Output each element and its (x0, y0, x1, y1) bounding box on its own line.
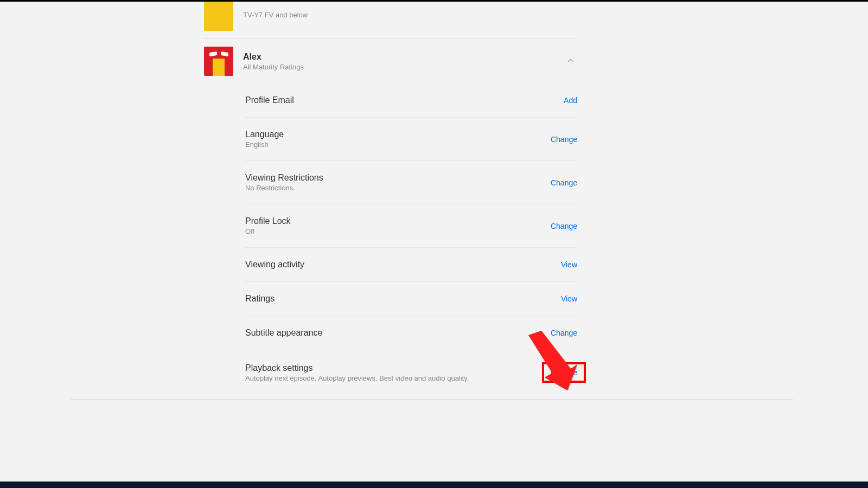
setting-profile-lock: Profile Lock Off Change (245, 204, 577, 247)
view-link[interactable]: View (561, 294, 577, 303)
setting-profile-email: Profile Email Add (245, 84, 577, 117)
change-link[interactable]: Change (551, 222, 577, 230)
setting-playback-settings: Playback settings Autoplay next episode.… (245, 350, 577, 395)
change-link[interactable]: Change (551, 135, 577, 144)
avatar (204, 47, 233, 76)
settings-list: Profile Email Add Language English Chang… (245, 84, 577, 395)
setting-sub: Autoplay next episode. Autoplay previews… (245, 374, 542, 382)
setting-title: Viewing activity (245, 260, 561, 269)
view-link[interactable]: View (561, 260, 577, 269)
profile-info: Alex All Maturity Ratings (243, 52, 566, 71)
profile-row-collapsed[interactable]: TV-Y7 FV and below (204, 2, 577, 39)
setting-ratings: Ratings View (245, 281, 577, 316)
setting-title: Language (245, 130, 551, 139)
bottom-bar (0, 481, 868, 488)
setting-language: Language English Change (245, 117, 577, 160)
setting-title: Viewing Restrictions (245, 173, 551, 183)
setting-viewing-restrictions: Viewing Restrictions No Restrictions. Ch… (245, 160, 577, 204)
profile-maturity-label: All Maturity Ratings (243, 63, 566, 71)
setting-title: Subtitle appearance (245, 328, 551, 338)
change-link[interactable]: Change (551, 368, 577, 377)
setting-subtitle-appearance: Subtitle appearance Change (245, 316, 577, 350)
add-link[interactable]: Add (564, 96, 577, 105)
chevron-up-icon[interactable] (566, 56, 577, 67)
avatar (204, 2, 233, 31)
setting-sub: No Restrictions. (245, 184, 551, 192)
watermark-icon (792, 390, 857, 455)
setting-title: Profile Lock (245, 216, 551, 226)
profile-settings-container: TV-Y7 FV and below Alex All Maturity Rat… (204, 2, 577, 400)
profile-name: Alex (243, 52, 566, 62)
profile-maturity-label: TV-Y7 FV and below (243, 11, 308, 18)
setting-sub: English (245, 140, 551, 149)
change-link[interactable]: Change (551, 329, 577, 337)
setting-title: Playback settings (245, 363, 542, 373)
setting-title: Ratings (245, 294, 561, 304)
setting-sub: Off (245, 227, 551, 235)
setting-viewing-activity: Viewing activity View (245, 247, 577, 281)
change-link[interactable]: Change (551, 178, 577, 187)
divider (71, 399, 793, 400)
highlight-box: Change (542, 362, 586, 383)
profile-row-expanded[interactable]: Alex All Maturity Ratings (204, 39, 577, 84)
setting-title: Profile Email (245, 95, 564, 105)
